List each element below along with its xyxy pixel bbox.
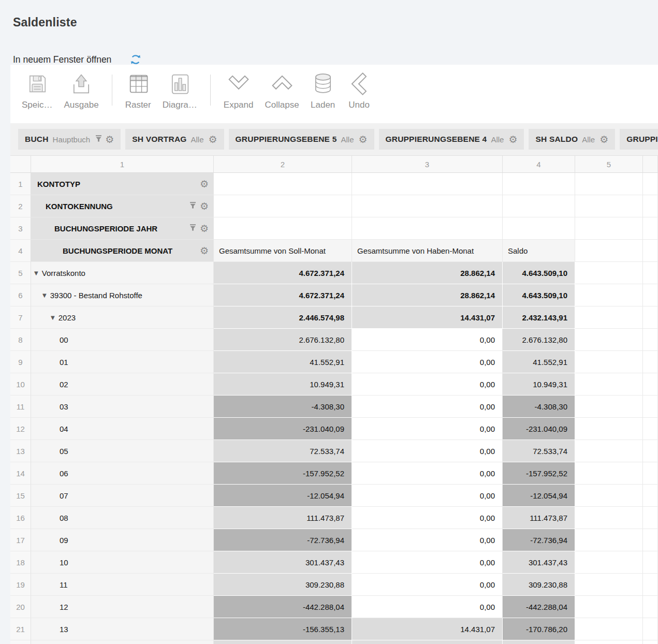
row-number[interactable]: 11 xyxy=(10,396,31,418)
empty-cell xyxy=(643,396,658,418)
undo-button[interactable]: Undo xyxy=(347,71,372,110)
toolbar-separator xyxy=(112,75,112,106)
month-label: 09 xyxy=(60,536,68,545)
month-label: 01 xyxy=(60,358,68,367)
row-number[interactable]: 8 xyxy=(10,329,31,351)
row-number[interactable]: 13 xyxy=(10,440,31,462)
grid-row: 1KONTOTYP⚙ xyxy=(10,173,658,195)
filter-chip-gruppierungsebene-5[interactable]: GRUPPIERUNGSEBENE 5Alle⚙ xyxy=(229,129,374,150)
row-number[interactable]: 10 xyxy=(10,373,31,396)
empty-cell xyxy=(575,574,643,596)
gear-icon[interactable]: ⚙ xyxy=(508,135,517,144)
collapse-triangle-icon[interactable]: ▼ xyxy=(34,270,38,276)
empty-cell xyxy=(643,485,658,507)
empty-cell xyxy=(503,173,575,195)
filter-field-label: GRUPPIERU xyxy=(626,135,658,144)
empty-cell xyxy=(575,373,643,396)
empty-cell xyxy=(643,574,658,596)
open-in-new-window-link[interactable]: In neuem Fenster öffnen xyxy=(13,54,111,65)
gear-icon[interactable]: ⚙ xyxy=(599,135,608,144)
gear-icon[interactable]: ⚙ xyxy=(209,135,217,144)
row-number[interactable] xyxy=(10,640,31,644)
haben-value-cell: 14.431,07 xyxy=(352,306,503,329)
field-cell-buchungsperiode-jahr[interactable]: BUCHUNGSPERIODE JAHR⚙ xyxy=(31,217,214,240)
row-number[interactable]: 18 xyxy=(10,551,31,574)
row-number[interactable]: 3 xyxy=(10,217,31,240)
filter-funnel-icon[interactable] xyxy=(189,224,197,233)
load-icon xyxy=(311,71,335,98)
row-number[interactable]: 17 xyxy=(10,529,31,551)
filter-chip-gruppierungsebene-4[interactable]: GRUPPIERUNGSEBENE 4Alle⚙ xyxy=(379,129,524,150)
gear-icon[interactable]: ⚙ xyxy=(200,246,209,256)
empty-cell xyxy=(575,551,643,574)
row-number[interactable]: 5 xyxy=(10,262,31,284)
filter-field-label: BUCH xyxy=(25,135,49,144)
saldo-value-cell: 4.643.509,10 xyxy=(503,262,575,284)
row-number[interactable]: 19 xyxy=(10,574,31,596)
hierarchy-cell: 02 xyxy=(31,373,214,396)
collapse-button[interactable]: Collapse xyxy=(265,71,299,110)
raster-button[interactable]: Raster xyxy=(125,71,151,110)
row-number[interactable]: 21 xyxy=(10,618,31,640)
row-number[interactable]: 2 xyxy=(10,195,31,217)
field-cell-kontotyp[interactable]: KONTOTYP⚙ xyxy=(31,173,214,195)
row-number[interactable]: 12 xyxy=(10,418,31,440)
empty-cell xyxy=(643,351,658,373)
filter-funnel-icon[interactable] xyxy=(189,201,197,211)
load-button[interactable]: Laden xyxy=(311,71,335,110)
column-header-5[interactable]: 5 xyxy=(575,156,643,173)
haben-value-cell: 0,00 xyxy=(352,574,503,596)
soll-value-cell: 41.552,91 xyxy=(214,351,352,373)
soll-value-cell: 2.676.132,80 xyxy=(214,329,352,351)
empty-cell xyxy=(352,173,503,195)
filter-chip-gruppieru[interactable]: GRUPPIERU⚙ xyxy=(620,129,658,150)
filter-chip-sh-saldo[interactable]: SH SALDOAlle⚙ xyxy=(529,129,615,150)
month-label: 10 xyxy=(60,558,68,567)
toolbar-item-label: Expand xyxy=(224,100,254,110)
month-label: 06 xyxy=(60,469,68,478)
row-number[interactable]: 1 xyxy=(10,173,31,195)
gear-icon[interactable]: ⚙ xyxy=(200,201,209,211)
diagram-button[interactable]: Diagra… xyxy=(163,71,197,110)
filter-funnel-icon[interactable] xyxy=(95,135,103,144)
save-button[interactable]: Speic… xyxy=(22,71,53,110)
column-header-3[interactable]: 3 xyxy=(352,156,503,173)
row-number[interactable]: 7 xyxy=(10,306,31,329)
filter-value-label: Alle xyxy=(191,135,204,144)
gear-icon[interactable]: ⚙ xyxy=(200,224,209,233)
gear-icon[interactable]: ⚙ xyxy=(358,135,367,144)
row-number[interactable]: 16 xyxy=(10,507,31,529)
toolbar-item-label: Laden xyxy=(311,100,335,110)
gear-icon[interactable]: ⚙ xyxy=(200,179,209,189)
column-header-4[interactable]: 4 xyxy=(503,156,575,173)
empty-cell xyxy=(503,195,575,217)
field-cell-kontokennung[interactable]: KONTOKENNUNG⚙ xyxy=(31,195,214,217)
grid-corner-cell[interactable] xyxy=(10,156,31,173)
field-cell-buchungsperiode-monat[interactable]: BUCHUNGSPERIODE MONAT⚙ xyxy=(31,240,214,262)
filter-chip-buch[interactable]: BUCHHauptbuch⚙ xyxy=(18,129,121,150)
soll-value-cell: 10.949,31 xyxy=(214,373,352,396)
empty-cell xyxy=(643,551,658,574)
collapse-triangle-icon[interactable]: ▼ xyxy=(51,315,55,320)
filter-chip-sh-vortrag[interactable]: SH VORTRAGAlle⚙ xyxy=(125,129,224,150)
collapse-triangle-icon[interactable]: ▼ xyxy=(42,292,47,298)
row-number[interactable]: 6 xyxy=(10,284,31,306)
column-header-cut[interactable] xyxy=(643,156,658,173)
row-number[interactable]: 4 xyxy=(10,240,31,262)
output-button[interactable]: Ausgabe xyxy=(64,71,99,110)
raster-icon xyxy=(126,71,151,98)
row-number[interactable]: 15 xyxy=(10,485,31,507)
row-number[interactable]: 20 xyxy=(10,596,31,618)
column-header-2[interactable]: 2 xyxy=(214,156,352,173)
row-number[interactable]: 9 xyxy=(10,351,31,373)
column-header-1[interactable]: 1 xyxy=(31,156,214,173)
hierarchy-cell: 01 xyxy=(31,351,214,373)
month-label: 03 xyxy=(60,402,68,411)
empty-cell xyxy=(643,462,658,485)
expand-button[interactable]: Expand xyxy=(224,71,254,110)
gear-icon[interactable]: ⚙ xyxy=(105,135,114,144)
row-number[interactable]: 14 xyxy=(10,462,31,485)
grid-row: 1406-157.952,520,00-157.952,52 xyxy=(10,462,658,485)
grid-row xyxy=(10,640,658,644)
empty-cell xyxy=(575,329,643,351)
